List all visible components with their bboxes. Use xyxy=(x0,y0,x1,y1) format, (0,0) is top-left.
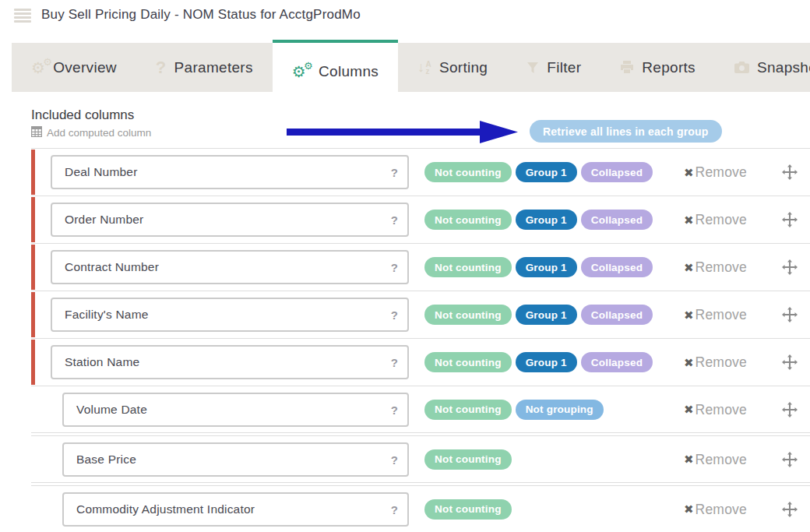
remove-x-icon: ✖ xyxy=(684,453,694,467)
badge-group-container: Not counting xyxy=(424,499,512,520)
help-icon[interactable]: ? xyxy=(391,261,398,274)
remove-button[interactable]: ✖ Remove xyxy=(684,307,747,323)
sort-alpha-icon: ↓Az xyxy=(417,59,431,76)
column-name-field[interactable]: Commodity Adjustment Indicator ? xyxy=(62,492,409,527)
tab-reports[interactable]: Reports xyxy=(600,43,715,92)
help-icon[interactable]: ? xyxy=(391,308,398,322)
help-icon[interactable]: ? xyxy=(391,453,398,467)
badge-group-1[interactable]: Group 1 xyxy=(516,162,577,182)
remove-x-icon: ✖ xyxy=(684,355,694,369)
add-computed-column-button[interactable]: Add computed column xyxy=(31,126,151,139)
help-icon[interactable]: ? xyxy=(391,356,398,369)
badge-not-counting[interactable]: Not counting xyxy=(424,400,512,420)
list-icon xyxy=(14,7,31,23)
remove-button[interactable]: ✖ Remove xyxy=(684,164,747,181)
tab-label: Columns xyxy=(319,63,379,80)
remove-label: Remove xyxy=(696,307,747,323)
column-name: Deal Number xyxy=(52,165,138,179)
badge-group-1[interactable]: Group 1 xyxy=(516,210,577,230)
retrieve-all-lines-button[interactable]: Retrieve all lines in each group xyxy=(530,120,722,143)
badge-group-1[interactable]: Group 1 xyxy=(516,305,577,325)
badge-not-grouping[interactable]: Not grouping xyxy=(516,400,604,420)
group-indicator-bar xyxy=(31,340,35,385)
help-icon[interactable]: ? xyxy=(391,403,398,417)
column-name: Base Price xyxy=(64,453,136,467)
column-row-volume-date: Volume Date ? Not counting Not grouping … xyxy=(31,386,810,433)
badge-group-1[interactable]: Group 1 xyxy=(516,352,577,372)
help-icon[interactable]: ? xyxy=(391,166,398,179)
remove-button[interactable]: ✖ Remove xyxy=(684,212,747,228)
tab-filter[interactable]: Filter xyxy=(507,43,600,92)
column-name-field[interactable]: Deal Number ? xyxy=(51,155,409,189)
tab-columns[interactable]: ⚙⚙ Columns xyxy=(273,40,398,100)
badge-not-counting[interactable]: Not counting xyxy=(424,257,512,277)
remove-button[interactable]: ✖ Remove xyxy=(684,501,747,517)
gears-icon: ⚙⚙ xyxy=(31,60,45,76)
badge-group-container: Not counting Not grouping xyxy=(424,400,604,420)
move-handle-icon[interactable] xyxy=(782,452,798,467)
column-row-order-number: Order Number ? Not counting Group 1 Coll… xyxy=(31,196,810,243)
badge-not-counting[interactable]: Not counting xyxy=(424,305,512,325)
badge-not-counting[interactable]: Not counting xyxy=(424,162,512,182)
remove-button[interactable]: ✖ Remove xyxy=(684,259,747,276)
column-row-commodity-adjustment-indicator: Commodity Adjustment Indicator ? Not cou… xyxy=(31,485,810,532)
remove-label: Remove xyxy=(696,164,747,181)
tab-parameters[interactable]: ? Parameters xyxy=(136,43,273,92)
help-icon[interactable]: ? xyxy=(391,503,398,516)
badge-collapsed[interactable]: Collapsed xyxy=(581,210,653,230)
retrieve-all-lines-label: Retrieve all lines in each group xyxy=(543,125,709,138)
badge-collapsed[interactable]: Collapsed xyxy=(581,305,653,325)
badge-collapsed[interactable]: Collapsed xyxy=(581,352,653,372)
move-handle-icon[interactable] xyxy=(782,259,798,275)
page-header: Buy Sell Pricing Daily - NOM Status for … xyxy=(14,7,361,23)
badge-not-counting[interactable]: Not counting xyxy=(424,499,512,520)
column-name-field[interactable]: Contract Number ? xyxy=(51,250,409,284)
question-icon: ? xyxy=(156,58,167,78)
badge-collapsed[interactable]: Collapsed xyxy=(581,257,653,277)
column-name-field[interactable]: Order Number ? xyxy=(51,203,409,237)
move-handle-icon[interactable] xyxy=(782,354,798,370)
annotation-arrow-icon xyxy=(285,115,520,148)
printer-icon xyxy=(620,61,634,74)
remove-label: Remove xyxy=(696,401,747,417)
remove-label: Remove xyxy=(696,212,747,228)
remove-x-icon: ✖ xyxy=(684,165,694,179)
remove-label: Remove xyxy=(696,259,747,276)
funnel-icon xyxy=(526,62,539,74)
badge-group-container: Not counting Group 1 Collapsed xyxy=(424,257,653,277)
page-title: Buy Sell Pricing Daily - NOM Status for … xyxy=(41,7,361,23)
badge-collapsed[interactable]: Collapsed xyxy=(581,162,653,182)
column-name: Volume Date xyxy=(64,403,147,417)
column-name: Station Name xyxy=(52,355,139,369)
remove-button[interactable]: ✖ Remove xyxy=(684,354,747,371)
badge-group-container: Not counting Group 1 Collapsed xyxy=(424,352,653,372)
help-icon[interactable]: ? xyxy=(391,213,398,227)
remove-button[interactable]: ✖ Remove xyxy=(684,451,747,467)
badge-not-counting[interactable]: Not counting xyxy=(424,210,512,230)
move-handle-icon[interactable] xyxy=(782,402,798,417)
badge-group-1[interactable]: Group 1 xyxy=(516,257,577,277)
tab-sorting[interactable]: ↓Az Sorting xyxy=(398,43,507,92)
move-handle-icon[interactable] xyxy=(782,164,798,180)
column-name-field[interactable]: Base Price ? xyxy=(62,442,409,477)
badge-not-counting[interactable]: Not counting xyxy=(424,352,512,372)
remove-label: Remove xyxy=(696,354,747,371)
tab-label: Parameters xyxy=(174,59,253,76)
column-row-base-price: Base Price ? Not counting ✖ Remove xyxy=(31,435,810,483)
tab-overview[interactable]: ⚙⚙ Overview xyxy=(12,43,136,92)
column-name: Commodity Adjustment Indicator xyxy=(64,502,255,516)
column-row-facilitys-name: Facility's Name ? Not counting Group 1 C… xyxy=(31,291,810,338)
move-handle-icon[interactable] xyxy=(782,502,798,517)
tab-snapshots[interactable]: Snapshots xyxy=(715,43,810,92)
tab-bar: ⚙⚙ Overview ? Parameters ⚙⚙ Columns ↓Az … xyxy=(12,43,810,92)
badge-group-container: Not counting xyxy=(424,449,512,470)
move-handle-icon[interactable] xyxy=(782,307,798,322)
remove-button[interactable]: ✖ Remove xyxy=(684,401,747,417)
included-columns-list: Deal Number ? Not counting Group 1 Colla… xyxy=(31,148,810,532)
remove-label: Remove xyxy=(696,501,747,517)
column-name-field[interactable]: Volume Date ? xyxy=(62,393,409,427)
column-name-field[interactable]: Facility's Name ? xyxy=(51,298,409,332)
move-handle-icon[interactable] xyxy=(782,212,798,227)
badge-not-counting[interactable]: Not counting xyxy=(424,449,512,470)
column-name-field[interactable]: Station Name ? xyxy=(51,345,409,379)
